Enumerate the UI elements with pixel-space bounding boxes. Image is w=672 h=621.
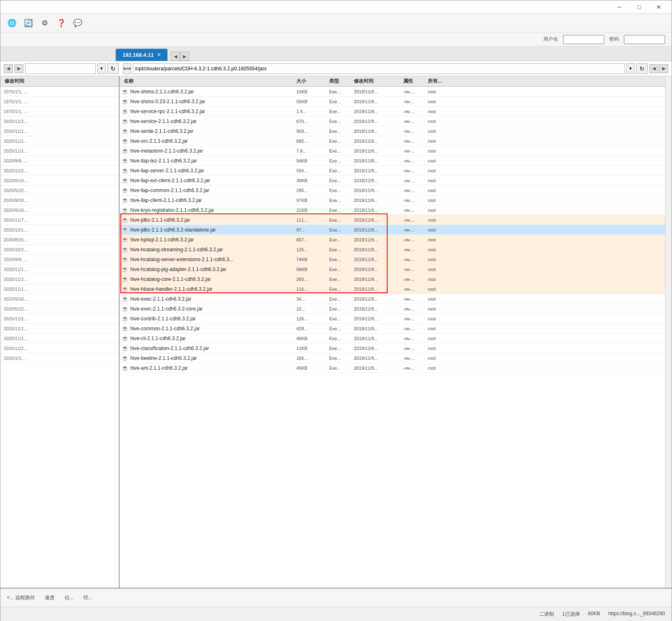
file-size: 685... [295, 139, 328, 144]
close-button[interactable]: ✕ [649, 1, 668, 13]
table-row[interactable]: ☕ hive-hcatalog-server-extensions-2.1.1-… [120, 255, 665, 264]
remote-path-label: <... 远程路径 [7, 594, 35, 601]
local-path-input[interactable] [25, 63, 96, 74]
table-row[interactable]: ☕ hive-serde-2.1.1-cdh6.3.2.jar 909... E… [120, 126, 665, 136]
remote-tab[interactable]: 192.168.4.11 ✕ [115, 49, 168, 61]
table-row[interactable]: ☕ hive-ant-2.1.1-cdh6.3.2.jar 45KB Exe..… [120, 363, 665, 373]
help-icon[interactable]: ❓ [55, 16, 68, 30]
table-row[interactable]: ☕ hive-contrib-2.1.1-cdh6.3.2.jar 126...… [120, 314, 665, 324]
list-item[interactable]: 2020/11/1... [0, 126, 119, 136]
list-item[interactable]: 2020/9/10.... [0, 205, 119, 215]
list-item[interactable]: 2020/8/15... [0, 235, 119, 245]
file-attr: -rw-... [402, 346, 426, 351]
list-item[interactable]: 2020/1/1... [0, 353, 119, 363]
file-date: 2019/11/9... [352, 326, 402, 331]
list-item[interactable]: 1970/1/1, ... [0, 87, 119, 97]
table-row[interactable]: ☕ hive-exec-2.1.1-cdh6.3.2-core.jar 10..… [120, 304, 665, 314]
file-type: Exe... [328, 346, 352, 351]
username-input[interactable] [563, 35, 604, 44]
table-row[interactable]: ☕ hive-llap-client-2.1.1-cdh6.3.2.jar 97… [120, 195, 665, 205]
table-row[interactable]: ☕ hive-hplsql-2.1.1-cdh6.3.2.jar 667... … [120, 235, 665, 245]
table-row[interactable]: ☕ hive-llap-server-2.1.1-cdh6.3.2.jar 55… [120, 166, 665, 176]
list-item[interactable]: 2020/11/2... [0, 274, 119, 284]
table-row[interactable]: ☕ hive-hcatalog-core-2.1.1-cdh6.3.2.jar … [120, 274, 665, 284]
list-item[interactable]: 2020/9/10.... [0, 195, 119, 205]
password-input[interactable] [624, 35, 665, 44]
table-row[interactable]: ☕ hive-jdbc-2.1.1-cdh6.3.2-standalone.ja… [120, 225, 665, 235]
list-item[interactable]: 2020/11/1... [0, 284, 119, 294]
table-row[interactable]: ☕ hive-jdbc-2.1.1-cdh6.3.2.jar 111... Ex… [120, 215, 665, 225]
list-item[interactable]: 2020/5/22... [0, 304, 119, 314]
file-owner: root [426, 188, 451, 193]
message-icon[interactable]: 💬 [71, 16, 84, 30]
remote-nav-left-icon[interactable]: ◀ [649, 64, 658, 73]
table-row[interactable]: ☕ hive-classification-2.1.1-cdh6.3.2.jar… [120, 343, 665, 353]
table-row[interactable]: ☕ hive-service-rpc-2.1.1-cdh6.3.2.jar 1.… [120, 107, 665, 116]
table-row[interactable]: ☕ hive-hcatalog-streaming-2.1.1-cdh6.3.2… [120, 245, 665, 255]
list-item[interactable]: 2020/11/1... [0, 334, 119, 343]
table-row[interactable]: ☕ hive-kryo-registrator-2.1.1-cdh6.3.2.j… [120, 205, 665, 215]
table-row[interactable]: ☕ hive-llap-tez-2.1.1-cdh6.3.2.jar 94KB … [120, 156, 665, 166]
refresh-icon[interactable]: 🔄 [22, 16, 35, 30]
globe-icon[interactable]: 🌐 [5, 16, 18, 30]
tab-scroll-left-icon[interactable]: ◀ [171, 52, 180, 61]
list-item[interactable]: 2020/11/7... [0, 215, 119, 225]
table-row[interactable]: ☕ hive-metastore-2.1.1-cdh6.3.2.jar 7.8.… [120, 146, 665, 156]
file-name: hive-kryo-registrator-2.1.1-cdh6.3.2.jar [130, 207, 295, 213]
list-item[interactable]: 2020/9/10.... [0, 294, 119, 304]
list-item[interactable]: 1970/1/1, ... [0, 97, 119, 107]
table-row[interactable]: ☕ hive-common-2.1.1-cdh6.3.2.jar 428... … [120, 324, 665, 334]
scrollbar[interactable] [665, 76, 672, 588]
list-item[interactable]: 2020/11/1... [0, 264, 119, 274]
maximize-button[interactable]: □ [630, 1, 649, 13]
file-name: hive-metastore-2.1.1-cdh6.3.2.jar [130, 148, 295, 154]
remote-path-dropdown-icon[interactable]: ▼ [626, 63, 635, 74]
table-row[interactable]: ☕ hive-cli-2.1.1-cdh6.3.2.jar 46KB Exe..… [120, 334, 665, 343]
list-item[interactable]: 2020/9/9, ... [0, 255, 119, 264]
file-name: hive-classification-2.1.1-cdh6.3.2.jar [130, 345, 295, 351]
tab-scroll-right-icon[interactable]: ▶ [180, 52, 189, 61]
local-forward-icon[interactable]: ▶ [14, 64, 23, 73]
selected-label: 1已选择 [562, 611, 580, 618]
table-row[interactable]: ☕ hive-exec-2.1.1-cdh6.3.2.jar 34... Exe… [120, 294, 665, 304]
table-row[interactable]: ☕ hive-llap-ext-client-2.1.1-cdh6.3.2.ja… [120, 176, 665, 185]
right-file-list[interactable]: ☕ hive-shims-2.1.1-cdh6.3.2.jar 10KB Exe… [120, 87, 665, 588]
table-row[interactable]: ☕ hive-hbase-handler-2.1.1-cdh6.3.2.jar … [120, 284, 665, 294]
list-item[interactable]: 2020/11/2... [0, 343, 119, 353]
tab-close-icon[interactable]: ✕ [157, 52, 161, 58]
list-item[interactable]: 2020/11/1... [0, 136, 119, 146]
local-path-dropdown-icon[interactable]: ▼ [97, 63, 106, 74]
remote-path-input[interactable] [133, 63, 625, 74]
list-item[interactable]: 2020/10/1... [0, 225, 119, 235]
jar-icon: ☕ [121, 118, 129, 125]
table-row[interactable]: ☕ hive-shims-2.1.1-cdh6.3.2.jar 10KB Exe… [120, 87, 665, 97]
remote-nav-right-icon[interactable]: ▶ [659, 64, 668, 73]
list-item[interactable]: 2020/11/2... [0, 166, 119, 176]
table-row[interactable]: ☕ hive-llap-common-2.1.1-cdh6.3.2.jar 29… [120, 185, 665, 195]
list-item[interactable]: 2020/11/1... [0, 324, 119, 334]
list-item[interactable]: 2020/5/22... [0, 185, 119, 195]
file-owner: root [426, 129, 451, 134]
list-item[interactable]: 2020/9/9, ... [0, 156, 119, 166]
local-refresh-icon[interactable]: ↻ [107, 63, 119, 74]
remote-refresh-icon[interactable]: ↻ [636, 63, 648, 74]
settings-icon[interactable]: ⚙ [38, 16, 51, 30]
table-row[interactable]: ☕ hive-service-2.1.1-cdh6.3.2.jar 670...… [120, 116, 665, 126]
file-date: 2019/11/9... [352, 277, 402, 282]
file-attr: -rw-... [402, 158, 426, 163]
table-row[interactable]: ☕ hive-hcatalog-pig-adapter-2.1.1-cdh6.3… [120, 264, 665, 274]
list-item[interactable]: 2020/11/2... [0, 116, 119, 126]
left-file-list[interactable]: 1970/1/1, ... 1970/1/1, ... 1970/1/1, ..… [0, 87, 119, 588]
local-back-icon[interactable]: ◀ [4, 64, 13, 73]
left-date-19: 2020/11/2... [2, 277, 29, 282]
list-item[interactable]: 2020/9/10.... [0, 176, 119, 185]
table-row[interactable]: ☕ hive-shims-0.23-2.1.1-cdh6.3.2.jar 55K… [120, 97, 665, 107]
list-item[interactable]: 2020/11/2... [0, 314, 119, 324]
table-row[interactable]: ☕ hive-orc-2.1.1-cdh6.3.2.jar 685... Exe… [120, 136, 665, 146]
list-item[interactable]: 2020/11/1... [0, 146, 119, 156]
table-row[interactable]: ☕ hive-beeline-2.1.1-cdh6.3.2.jar 166...… [120, 353, 665, 363]
file-name: hive-ant-2.1.1-cdh6.3.2.jar [130, 365, 295, 371]
minimize-button[interactable]: ─ [610, 1, 629, 13]
list-item[interactable]: 2020/10/2... [0, 245, 119, 255]
list-item[interactable]: 1970/1/1, ... [0, 107, 119, 116]
